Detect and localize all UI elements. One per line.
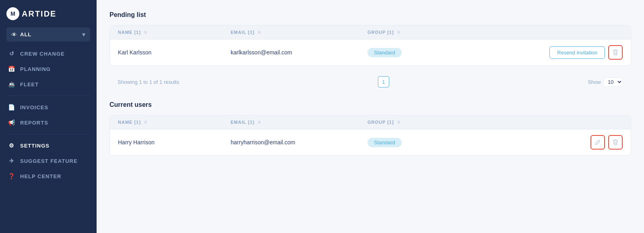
- resend-invitation-button[interactable]: Resend invitation: [549, 46, 605, 59]
- chevron-down-icon: ▾: [82, 31, 85, 38]
- current-row-group: Standard: [367, 138, 472, 147]
- sidebar-item-invoices[interactable]: 📄 INVOICES: [0, 100, 97, 114]
- edit-icon: [595, 139, 601, 145]
- current-name-filter-icon[interactable]: ≡: [144, 119, 147, 125]
- page-1-button[interactable]: 1: [378, 76, 389, 87]
- pending-row-actions: Resend invitation: [472, 45, 623, 60]
- pending-list-header: NAME [1] ≡ EMAIL [1] ≡ GROUP [1] ≡: [110, 25, 631, 40]
- pending-list-table: NAME [1] ≡ EMAIL [1] ≡ GROUP [1] ≡ Karl …: [109, 25, 631, 66]
- current-actions-col-header: [472, 119, 623, 125]
- sidebar-item-planning[interactable]: 📅 PLANNING: [0, 62, 97, 76]
- logo-text: ARTIDE: [22, 9, 56, 19]
- filter-dropdown[interactable]: 👁 ALL ▾: [6, 27, 90, 42]
- current-name-col-header: NAME [1] ≡: [118, 119, 231, 125]
- pending-list-title: Pending list: [109, 11, 631, 19]
- logo-mark: M: [6, 7, 19, 20]
- current-users-section: Current users NAME [1] ≡ EMAIL [1] ≡ GRO…: [109, 101, 631, 156]
- pending-list-row: Karl Karlsson karlkarlsson@email.com Sta…: [110, 40, 631, 65]
- current-users-title: Current users: [109, 101, 631, 108]
- eye-icon: 👁: [11, 31, 17, 38]
- sidebar-item-fleet[interactable]: 🚢 FLEET: [0, 77, 97, 92]
- pagination-pages: 1: [378, 76, 389, 87]
- invoices-icon: 📄: [8, 104, 15, 110]
- nav-divider-1: [6, 96, 90, 96]
- pagination-showing: Showing 1 to 1 of 1 results: [118, 79, 179, 85]
- current-group-badge: Standard: [367, 138, 402, 147]
- current-row-email: harryharrison@email.com: [231, 139, 367, 146]
- pending-pagination: Showing 1 to 1 of 1 results 1 Show 10 25…: [109, 71, 631, 93]
- pending-row-name: Karl Karlsson: [118, 49, 231, 56]
- current-users-table: NAME [1] ≡ EMAIL [1] ≡ GROUP [1] ≡ Harry…: [109, 115, 631, 156]
- settings-icon: ⚙: [8, 142, 15, 149]
- current-row-actions: [472, 135, 623, 150]
- logo: M ARTIDE: [0, 0, 97, 27]
- pending-group-col-header: GROUP [1] ≡: [367, 29, 472, 35]
- current-group-col-header: GROUP [1] ≡: [367, 119, 472, 125]
- pending-list-section: Pending list NAME [1] ≡ EMAIL [1] ≡ GROU…: [109, 11, 631, 93]
- sidebar-item-reports[interactable]: 📢 REPORTS: [0, 115, 97, 130]
- current-users-header: NAME [1] ≡ EMAIL [1] ≡ GROUP [1] ≡: [110, 115, 631, 129]
- sidebar-item-settings[interactable]: ⚙ SETTINGS: [0, 138, 97, 153]
- nav-divider-2: [6, 134, 90, 134]
- pending-email-col-header: EMAIL [1] ≡: [231, 29, 367, 35]
- current-trash-icon: [613, 139, 618, 146]
- current-users-row: Harry Harrison harryharrison@email.com S…: [110, 129, 631, 155]
- pending-delete-button[interactable]: [608, 45, 623, 60]
- sidebar-item-suggest-feature[interactable]: ✈ SUGGEST FEATURE: [0, 154, 97, 168]
- pending-email-filter-icon[interactable]: ≡: [258, 29, 261, 35]
- pending-row-email: karlkarlsson@email.com: [231, 49, 367, 56]
- sidebar-item-crew-change[interactable]: ↺ CREW CHANGE: [0, 46, 97, 61]
- show-control: Show 10 25 50: [588, 77, 623, 87]
- current-edit-button[interactable]: [590, 135, 605, 150]
- filter-label: ALL: [20, 31, 79, 37]
- pending-row-group: Standard: [367, 48, 472, 57]
- show-select[interactable]: 10 25 50: [603, 77, 623, 87]
- group-badge-standard: Standard: [367, 48, 402, 57]
- current-group-filter-icon[interactable]: ≡: [397, 119, 400, 125]
- pending-actions-col-header: [472, 29, 623, 35]
- fleet-icon: 🚢: [8, 81, 15, 87]
- pending-name-filter-icon[interactable]: ≡: [144, 29, 147, 35]
- sidebar-nav: ↺ CREW CHANGE 📅 PLANNING 🚢 FLEET 📄 INVOI…: [0, 45, 97, 185]
- sidebar: M ARTIDE 👁 ALL ▾ ↺ CREW CHANGE 📅 PLANNIN…: [0, 0, 97, 233]
- show-label: Show: [588, 79, 601, 85]
- pending-name-col-header: NAME [1] ≡: [118, 29, 231, 35]
- suggest-feature-icon: ✈: [8, 158, 15, 164]
- current-email-filter-icon[interactable]: ≡: [258, 119, 261, 125]
- crew-change-icon: ↺: [8, 50, 15, 57]
- current-row-name: Harry Harrison: [118, 139, 231, 146]
- current-delete-button[interactable]: [608, 135, 623, 150]
- sidebar-item-help-center[interactable]: ❓ HELP CENTER: [0, 169, 97, 183]
- trash-icon: [613, 49, 618, 56]
- current-email-col-header: EMAIL [1] ≡: [231, 119, 367, 125]
- planning-icon: 📅: [8, 66, 15, 72]
- main-content: Pending list NAME [1] ≡ EMAIL [1] ≡ GROU…: [97, 0, 644, 233]
- pending-group-filter-icon[interactable]: ≡: [397, 29, 400, 35]
- help-center-icon: ❓: [8, 173, 15, 179]
- reports-icon: 📢: [8, 119, 15, 126]
